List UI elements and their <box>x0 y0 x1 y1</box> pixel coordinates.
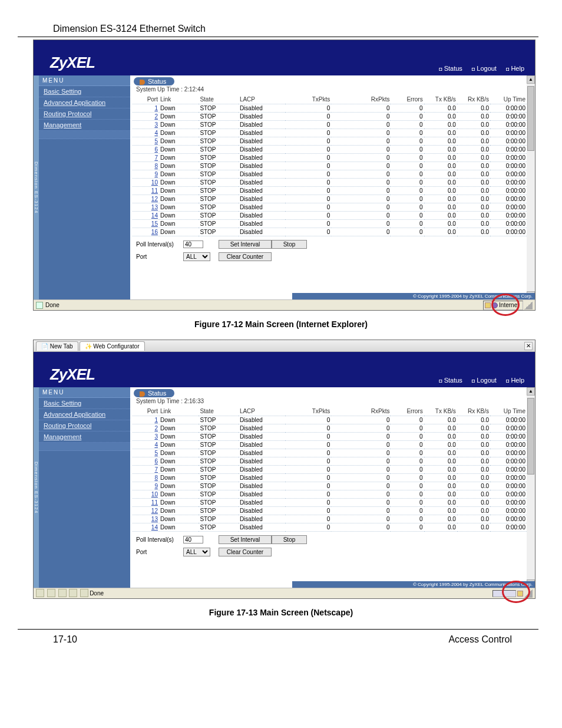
cell: Down <box>159 129 199 137</box>
port-link[interactable]: 1 <box>133 104 159 113</box>
port-link[interactable]: 2 <box>133 113 159 121</box>
caption-1: Figure 17-12 Main Screen (Internet Explo… <box>0 319 562 329</box>
port-link[interactable]: 16 <box>133 228 159 236</box>
clear-counter-button[interactable]: Clear Counter <box>219 252 272 261</box>
controls: Poll Interval(s) Set Interval Stop Port … <box>130 236 535 263</box>
vertical-scrollbar[interactable]: ▲ ▼ <box>527 75 535 299</box>
tab-newtab[interactable]: 📄 New Tab <box>36 341 78 351</box>
port-link[interactable]: 2 <box>133 424 159 433</box>
port-link[interactable]: 7 <box>133 466 159 474</box>
port-select[interactable]: ALL <box>183 252 210 261</box>
port-link[interactable]: 9 <box>133 170 159 179</box>
link-logout[interactable]: Logout <box>472 65 497 72</box>
vertical-scrollbar[interactable]: ▲ ▼ <box>527 387 535 588</box>
cell: 0.0 <box>457 203 490 212</box>
cell: 0.0 <box>457 187 490 195</box>
port-link[interactable]: 14 <box>133 523 159 532</box>
port-link[interactable]: 13 <box>133 515 159 523</box>
port-link[interactable]: 3 <box>133 121 159 129</box>
cell: 0 <box>391 490 424 499</box>
port-select[interactable]: ALL <box>183 548 210 556</box>
ns-icon-5[interactable] <box>80 589 88 597</box>
cell: 0:00:00 <box>490 433 527 441</box>
sidebar-item-basic[interactable]: Basic Setting <box>39 398 130 409</box>
cell: 0.0 <box>424 416 457 424</box>
sidebar-blank <box>39 443 130 451</box>
menu-header: MENU <box>39 75 130 86</box>
table-row: 8DownSTOPDisabled0000.00.00:00:00 <box>133 162 527 170</box>
port-link[interactable]: 12 <box>133 507 159 515</box>
port-link[interactable]: 6 <box>133 457 159 466</box>
link-status[interactable]: Status <box>439 377 462 384</box>
port-link[interactable]: 4 <box>133 441 159 449</box>
scroll-up-icon[interactable]: ▲ <box>527 387 535 396</box>
cell: 0 <box>391 515 424 523</box>
ns-icon-1[interactable] <box>36 589 44 597</box>
close-tab-button[interactable]: ✕ <box>524 342 533 350</box>
cell: 0:00:00 <box>490 137 527 146</box>
link-logout[interactable]: Logout <box>472 377 497 384</box>
scroll-up-icon[interactable]: ▲ <box>527 75 535 84</box>
resize-grip[interactable] <box>524 301 533 309</box>
cell: 0 <box>285 170 332 179</box>
stop-button[interactable]: Stop <box>272 535 307 544</box>
cell: 0 <box>331 220 391 228</box>
sidebar-item-management[interactable]: Management <box>39 431 130 443</box>
stop-button[interactable]: Stop <box>272 240 307 249</box>
tab-configurator[interactable]: ✨ Web Configurator <box>80 341 145 351</box>
port-link[interactable]: 3 <box>133 433 159 441</box>
cell: 0 <box>331 433 391 441</box>
scrollbar-thumb[interactable] <box>527 398 534 475</box>
port-link[interactable]: 8 <box>133 162 159 170</box>
port-link[interactable]: 10 <box>133 179 159 187</box>
cell: STOP <box>199 507 238 515</box>
poll-input[interactable] <box>183 536 203 543</box>
menu-header: MENU <box>39 387 130 398</box>
port-link[interactable]: 4 <box>133 129 159 137</box>
cell: Disabled <box>239 170 285 179</box>
sidebar-item-advanced[interactable]: Advanced Application <box>39 97 130 108</box>
cell: 0 <box>285 515 332 523</box>
port-link[interactable]: 9 <box>133 482 159 490</box>
port-link[interactable]: 10 <box>133 490 159 499</box>
port-link[interactable]: 5 <box>133 449 159 457</box>
sidebar-item-routing[interactable]: Routing Protocol <box>39 420 130 431</box>
port-link[interactable]: 5 <box>133 137 159 146</box>
port-link[interactable]: 11 <box>133 187 159 195</box>
cell: 0.0 <box>424 121 457 129</box>
sidebar-item-advanced[interactable]: Advanced Application <box>39 409 130 420</box>
cell: 0.0 <box>457 104 490 113</box>
port-link[interactable]: 8 <box>133 474 159 482</box>
cell: Down <box>159 490 199 499</box>
cell: 0.0 <box>424 515 457 523</box>
port-link[interactable]: 14 <box>133 212 159 220</box>
port-link[interactable]: 1 <box>133 416 159 424</box>
sidebar-item-routing[interactable]: Routing Protocol <box>39 108 130 120</box>
cell: Disabled <box>239 424 285 433</box>
clear-counter-button[interactable]: Clear Counter <box>219 548 272 556</box>
cell: 0.0 <box>457 499 490 507</box>
scrollbar-thumb[interactable] <box>527 86 534 151</box>
col-port: Port <box>133 407 159 416</box>
port-link[interactable]: 12 <box>133 195 159 203</box>
cell: Down <box>159 499 199 507</box>
port-link[interactable]: 7 <box>133 154 159 162</box>
sidebar-item-basic[interactable]: Basic Setting <box>39 86 130 97</box>
set-interval-button[interactable]: Set Interval <box>219 535 272 544</box>
cell: 0 <box>285 457 332 466</box>
link-help[interactable]: Help <box>506 377 524 384</box>
sidebar-item-management[interactable]: Management <box>39 120 130 131</box>
page-icon <box>36 302 43 309</box>
ns-icon-3[interactable] <box>58 589 67 597</box>
cell: 0:00:00 <box>490 507 527 515</box>
ns-icon-4[interactable] <box>69 589 77 597</box>
port-link[interactable]: 13 <box>133 203 159 212</box>
poll-input[interactable] <box>183 241 203 248</box>
port-link[interactable]: 6 <box>133 146 159 154</box>
port-link[interactable]: 15 <box>133 220 159 228</box>
link-help[interactable]: Help <box>506 65 524 72</box>
set-interval-button[interactable]: Set Interval <box>219 240 272 249</box>
link-status[interactable]: Status <box>439 65 462 72</box>
port-link[interactable]: 11 <box>133 499 159 507</box>
ns-icon-2[interactable] <box>47 589 55 597</box>
